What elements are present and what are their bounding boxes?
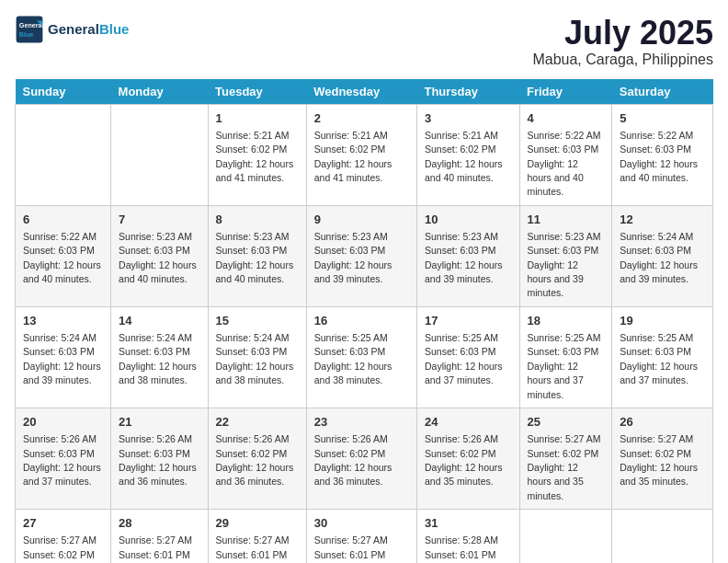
day-number: 5: [620, 110, 705, 127]
logo-line1: GeneralBlue: [48, 22, 129, 38]
day-number: 15: [216, 313, 299, 329]
day-number: 17: [425, 313, 512, 329]
day-cell: 16Sunrise: 5:25 AM Sunset: 6:03 PM Dayli…: [306, 306, 416, 408]
day-info: Sunrise: 5:23 AM Sunset: 6:03 PM Dayligh…: [216, 231, 294, 284]
day-info: Sunrise: 5:24 AM Sunset: 6:03 PM Dayligh…: [216, 332, 294, 385]
col-header-monday: Monday: [111, 79, 208, 105]
day-cell: 6Sunrise: 5:22 AM Sunset: 6:03 PM Daylig…: [16, 205, 111, 306]
calendar-body: 1Sunrise: 5:21 AM Sunset: 6:02 PM Daylig…: [16, 104, 713, 563]
day-info: Sunrise: 5:23 AM Sunset: 6:03 PM Dayligh…: [425, 231, 503, 284]
day-number: 3: [425, 110, 512, 127]
day-info: Sunrise: 5:25 AM Sunset: 6:03 PM Dayligh…: [425, 332, 503, 385]
day-cell: 14Sunrise: 5:24 AM Sunset: 6:03 PM Dayli…: [111, 306, 208, 408]
day-cell: 24Sunrise: 5:26 AM Sunset: 6:02 PM Dayli…: [416, 408, 519, 510]
day-number: 30: [314, 515, 409, 532]
day-cell: 25Sunrise: 5:27 AM Sunset: 6:02 PM Dayli…: [519, 408, 612, 510]
day-number: 24: [425, 414, 512, 431]
day-cell: 13Sunrise: 5:24 AM Sunset: 6:03 PM Dayli…: [16, 306, 111, 408]
day-cell: 7Sunrise: 5:23 AM Sunset: 6:03 PM Daylig…: [111, 205, 208, 306]
day-number: 25: [528, 414, 605, 431]
day-info: Sunrise: 5:26 AM Sunset: 6:03 PM Dayligh…: [23, 433, 101, 487]
day-info: Sunrise: 5:25 AM Sunset: 6:03 PM Dayligh…: [620, 332, 698, 385]
col-header-friday: Friday: [519, 79, 612, 105]
day-cell: 31Sunrise: 5:28 AM Sunset: 6:01 PM Dayli…: [416, 510, 519, 563]
svg-text:Blue: Blue: [19, 30, 34, 39]
day-info: Sunrise: 5:23 AM Sunset: 6:03 PM Dayligh…: [119, 231, 197, 284]
day-cell: [16, 104, 111, 205]
day-info: Sunrise: 5:22 AM Sunset: 6:03 PM Dayligh…: [23, 231, 101, 284]
day-cell: 5Sunrise: 5:22 AM Sunset: 6:03 PM Daylig…: [612, 104, 713, 205]
day-cell: 18Sunrise: 5:25 AM Sunset: 6:03 PM Dayli…: [519, 306, 612, 408]
day-number: 20: [23, 414, 103, 431]
day-cell: 29Sunrise: 5:27 AM Sunset: 6:01 PM Dayli…: [208, 510, 306, 563]
day-number: 13: [23, 313, 103, 329]
col-header-thursday: Thursday: [416, 79, 519, 105]
day-number: 1: [216, 110, 299, 127]
day-number: 2: [314, 110, 409, 127]
day-info: Sunrise: 5:27 AM Sunset: 6:01 PM Dayligh…: [216, 534, 294, 563]
day-info: Sunrise: 5:26 AM Sunset: 6:03 PM Dayligh…: [119, 433, 197, 487]
day-info: Sunrise: 5:22 AM Sunset: 6:03 PM Dayligh…: [528, 130, 601, 198]
day-number: 18: [528, 313, 605, 329]
day-info: Sunrise: 5:27 AM Sunset: 6:01 PM Dayligh…: [119, 534, 197, 563]
day-number: 11: [528, 212, 605, 228]
day-number: 8: [216, 212, 299, 228]
day-cell: 2Sunrise: 5:21 AM Sunset: 6:02 PM Daylig…: [306, 104, 416, 205]
day-cell: 26Sunrise: 5:27 AM Sunset: 6:02 PM Dayli…: [612, 408, 713, 510]
day-info: Sunrise: 5:25 AM Sunset: 6:03 PM Dayligh…: [528, 332, 601, 400]
header-row: SundayMondayTuesdayWednesdayThursdayFrid…: [16, 79, 713, 105]
day-cell: 21Sunrise: 5:26 AM Sunset: 6:03 PM Dayli…: [111, 408, 208, 510]
day-cell: 3Sunrise: 5:21 AM Sunset: 6:02 PM Daylig…: [416, 104, 519, 205]
day-info: Sunrise: 5:27 AM Sunset: 6:01 PM Dayligh…: [314, 534, 392, 563]
day-info: Sunrise: 5:25 AM Sunset: 6:03 PM Dayligh…: [314, 332, 392, 385]
day-info: Sunrise: 5:24 AM Sunset: 6:03 PM Dayligh…: [119, 332, 197, 385]
day-info: Sunrise: 5:23 AM Sunset: 6:03 PM Dayligh…: [314, 231, 392, 284]
page-subtitle: Mabua, Caraga, Philippines: [532, 52, 713, 68]
logo-text-block: GeneralBlue: [48, 22, 129, 38]
week-row-1: 1Sunrise: 5:21 AM Sunset: 6:02 PM Daylig…: [16, 104, 713, 205]
day-cell: 1Sunrise: 5:21 AM Sunset: 6:02 PM Daylig…: [208, 104, 306, 205]
day-info: Sunrise: 5:26 AM Sunset: 6:02 PM Dayligh…: [216, 433, 294, 487]
col-header-tuesday: Tuesday: [208, 79, 306, 105]
day-number: 29: [216, 515, 299, 532]
day-cell: 4Sunrise: 5:22 AM Sunset: 6:03 PM Daylig…: [519, 104, 612, 205]
day-number: 28: [119, 515, 199, 532]
col-header-sunday: Sunday: [16, 79, 111, 105]
page-title: July 2025: [532, 15, 713, 52]
day-cell: 17Sunrise: 5:25 AM Sunset: 6:03 PM Dayli…: [416, 306, 519, 408]
day-number: 21: [119, 414, 199, 431]
title-block: July 2025 Mabua, Caraga, Philippines: [532, 15, 713, 68]
day-cell: 9Sunrise: 5:23 AM Sunset: 6:03 PM Daylig…: [306, 205, 416, 306]
day-number: 12: [620, 212, 705, 228]
week-row-3: 13Sunrise: 5:24 AM Sunset: 6:03 PM Dayli…: [16, 306, 713, 408]
day-cell: 27Sunrise: 5:27 AM Sunset: 6:02 PM Dayli…: [16, 510, 111, 563]
day-info: Sunrise: 5:28 AM Sunset: 6:01 PM Dayligh…: [425, 534, 503, 563]
day-cell: 10Sunrise: 5:23 AM Sunset: 6:03 PM Dayli…: [416, 205, 519, 306]
day-cell: 22Sunrise: 5:26 AM Sunset: 6:02 PM Dayli…: [208, 408, 306, 510]
day-number: 16: [314, 313, 409, 329]
day-info: Sunrise: 5:24 AM Sunset: 6:03 PM Dayligh…: [23, 332, 101, 385]
day-number: 14: [119, 313, 199, 329]
week-row-4: 20Sunrise: 5:26 AM Sunset: 6:03 PM Dayli…: [16, 408, 713, 510]
day-info: Sunrise: 5:23 AM Sunset: 6:03 PM Dayligh…: [528, 231, 601, 299]
day-info: Sunrise: 5:22 AM Sunset: 6:03 PM Dayligh…: [620, 130, 698, 183]
day-number: 19: [620, 313, 705, 329]
day-info: Sunrise: 5:26 AM Sunset: 6:02 PM Dayligh…: [425, 433, 503, 487]
day-info: Sunrise: 5:24 AM Sunset: 6:03 PM Dayligh…: [620, 231, 698, 284]
logo-icon: General Blue: [15, 15, 44, 44]
day-number: 23: [314, 414, 409, 431]
day-info: Sunrise: 5:21 AM Sunset: 6:02 PM Dayligh…: [216, 130, 294, 183]
day-cell: 23Sunrise: 5:26 AM Sunset: 6:02 PM Dayli…: [306, 408, 416, 510]
day-cell: 15Sunrise: 5:24 AM Sunset: 6:03 PM Dayli…: [208, 306, 306, 408]
col-header-saturday: Saturday: [612, 79, 713, 105]
day-number: 31: [425, 515, 512, 532]
day-cell: [111, 104, 208, 205]
day-cell: [519, 510, 612, 563]
day-number: 26: [620, 414, 705, 431]
day-cell: 11Sunrise: 5:23 AM Sunset: 6:03 PM Dayli…: [519, 205, 612, 306]
day-info: Sunrise: 5:27 AM Sunset: 6:02 PM Dayligh…: [528, 433, 601, 501]
day-cell: 20Sunrise: 5:26 AM Sunset: 6:03 PM Dayli…: [16, 408, 111, 510]
day-number: 9: [314, 212, 409, 228]
day-cell: 30Sunrise: 5:27 AM Sunset: 6:01 PM Dayli…: [306, 510, 416, 563]
day-number: 10: [425, 212, 512, 228]
